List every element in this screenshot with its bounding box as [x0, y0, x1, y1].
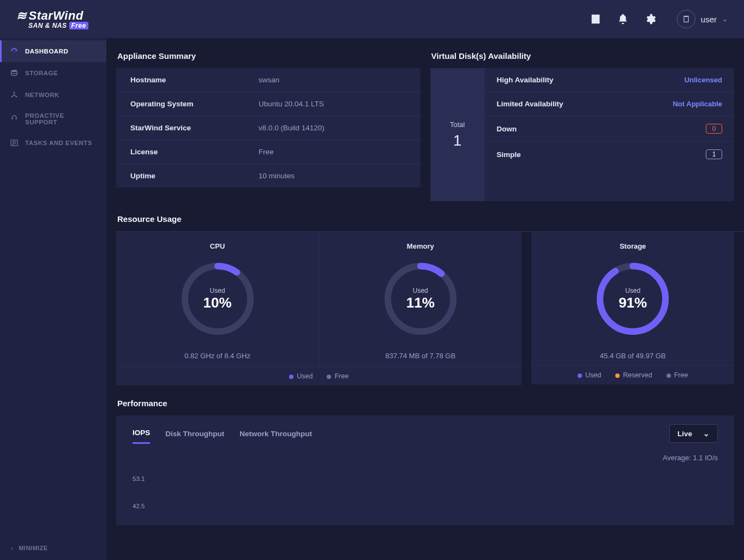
sidebar-item-label: TASKS AND EVENTS	[25, 140, 92, 146]
cpu-donut: Used10%	[177, 258, 259, 340]
vdisk-value-link[interactable]: Not Applicable	[673, 100, 722, 108]
user-label: user	[701, 15, 717, 24]
svg-point-3	[14, 92, 15, 93]
brand-subtitle: SAN & NAS	[28, 22, 67, 29]
sidebar-item-storage[interactable]: STORAGE	[0, 62, 106, 84]
sidebar-item-label: STORAGE	[25, 70, 58, 76]
brand-name: StarWind	[29, 9, 83, 23]
summary-row: StarWind Servicev8.0.0 (Build 14120)	[116, 116, 421, 140]
tab-disk-throughput[interactable]: Disk Throughput	[165, 424, 224, 443]
top-header: ≋ StarWind SAN & NAS Free user ⌄	[0, 0, 744, 38]
vdisk-row: Simple1	[485, 142, 735, 167]
storage-donut: Used91%	[592, 258, 674, 340]
network-icon	[10, 91, 19, 99]
resource-card-memory: Memory Used11% 837.74 MB of 7.78 GB	[319, 231, 521, 384]
tab-network-throughput[interactable]: Network Throughput	[239, 424, 312, 443]
bell-icon[interactable]	[617, 13, 629, 25]
user-menu[interactable]: user ⌄	[677, 10, 728, 28]
appliance-summary-title: Appliance Summary	[117, 51, 421, 61]
vdisk-row: Down0	[485, 116, 735, 142]
sidebar-item-dashboard[interactable]: DASHBOARD	[0, 40, 106, 62]
sidebar-item-label: PROACTIVE SUPPORT	[25, 112, 97, 125]
brand-free-badge: Free	[69, 22, 88, 29]
sidebar-item-proactive-support[interactable]: PROACTIVE SUPPORT	[0, 106, 106, 132]
avatar-icon	[677, 10, 695, 28]
wave-icon: ≋	[16, 9, 27, 23]
sidebar: DASHBOARD STORAGE NETWORK PROACTIVE SUPP…	[0, 38, 106, 560]
performance-average: Average: 1.1 IO/s	[133, 454, 718, 462]
vdisk-row: Limited AvailabilityNot Applicable	[485, 92, 735, 116]
tasks-icon[interactable]	[590, 13, 602, 25]
sidebar-item-label: DASHBOARD	[25, 48, 68, 55]
vdisks-total: Total 1	[430, 68, 485, 201]
y-tick: 42.5	[133, 492, 718, 520]
appliance-summary-panel: Hostnameswsan Operating SystemUbuntu 20.…	[116, 68, 421, 188]
memory-donut: Used11%	[380, 258, 461, 340]
list-icon	[10, 139, 19, 147]
sidebar-item-network[interactable]: NETWORK	[0, 84, 106, 106]
minimize-button[interactable]: ‹ MINIMIZE	[0, 536, 106, 560]
storage-legend: Used Reserved Free	[531, 365, 734, 384]
svg-rect-1	[685, 16, 687, 17]
disks-icon	[10, 69, 19, 77]
sidebar-item-label: NETWORK	[25, 92, 59, 98]
brand-logo: ≋ StarWind SAN & NAS Free	[16, 9, 88, 29]
gear-icon[interactable]	[644, 13, 656, 25]
svg-rect-0	[684, 16, 688, 22]
summary-row: Uptime10 minutes	[116, 164, 421, 188]
resource-title: Resource Usage	[117, 214, 734, 224]
minimize-label: MINIMIZE	[19, 545, 48, 551]
chevron-down-icon: ⌄	[703, 429, 710, 438]
timerange-select[interactable]: Live ⌄	[669, 424, 718, 443]
resource-card-storage: Storage Used91% 45.4 GB of 49.97 GB Used…	[531, 231, 734, 384]
tab-iops[interactable]: IOPS	[133, 423, 150, 444]
performance-panel: IOPS Disk Throughput Network Throughput …	[116, 416, 734, 525]
vdisk-row: High AvailabilityUnlicensed	[485, 68, 735, 92]
sidebar-item-tasks-events[interactable]: TASKS AND EVENTS	[0, 132, 106, 154]
vdisks-panel: Total 1 High AvailabilityUnlicensed Limi…	[430, 68, 735, 201]
chevron-down-icon: ⌄	[722, 15, 728, 23]
summary-row: Hostnameswsan	[116, 68, 421, 92]
svg-point-2	[11, 70, 17, 72]
support-icon	[10, 115, 19, 123]
main-content: Appliance Summary Hostnameswsan Operatin…	[106, 38, 744, 560]
gauge-icon	[10, 47, 19, 56]
vdisk-down-badge[interactable]: 0	[706, 124, 722, 134]
vdisk-value-link[interactable]: Unlicensed	[685, 76, 722, 84]
vdisk-simple-badge[interactable]: 1	[706, 149, 722, 159]
summary-row: LicenseFree	[116, 140, 421, 164]
y-tick: 53.1	[133, 465, 718, 492]
vdisks-title: Virtual Disk(s) Availability	[431, 51, 735, 61]
performance-title: Performance	[117, 399, 734, 408]
chevron-left-icon: ‹	[11, 545, 13, 551]
resource-card-cpu: CPU Used10% 0.82 GHz of 8.4 GHz	[116, 231, 319, 384]
summary-row: Operating SystemUbuntu 20.04.1 LTS	[116, 92, 421, 116]
